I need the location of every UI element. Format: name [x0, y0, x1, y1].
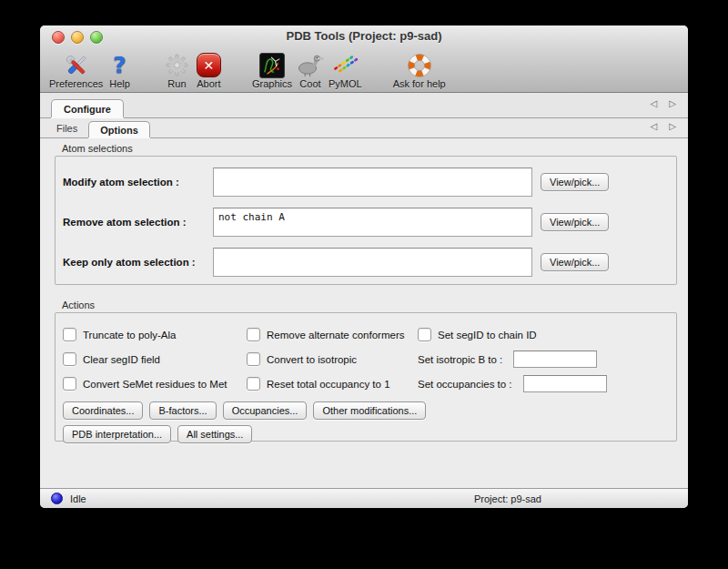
toolbar-item-abort[interactable]: ✕ Abort	[197, 52, 221, 89]
toolbar-item-label: Abort	[197, 78, 220, 89]
field-row-keep: Keep only atom selection : View/pick...	[63, 248, 669, 277]
field-row-remove: Remove atom selection : not chain A View…	[63, 208, 669, 237]
checkbox-label: Convert to isotropic	[267, 354, 357, 365]
tab-scroll-left-icon[interactable]: ◁	[651, 98, 658, 108]
minimize-button[interactable]	[71, 31, 84, 44]
toolbar-item-label: Run	[167, 78, 186, 89]
b-factors-button[interactable]: B-factors...	[149, 401, 216, 420]
toolbar-item-label: Preferences	[49, 78, 103, 89]
checkbox-label: Clear segID field	[83, 354, 160, 365]
set-isotropic-b-input[interactable]	[513, 351, 597, 368]
life-ring-icon	[407, 52, 432, 78]
checkbox-convert-semet-to-met[interactable]	[63, 377, 76, 391]
entry-row-isotropic-b: Set isotropic B to :	[418, 347, 669, 371]
checkbox-remove-alternate-conformers[interactable]	[247, 328, 260, 341]
toolbar: Preferences ? Help	[40, 47, 688, 93]
view-pick-button-modify[interactable]: View/pick...	[541, 173, 609, 191]
tab-files[interactable]: Files	[47, 120, 86, 137]
toolbar-item-label: Help	[109, 78, 130, 89]
pdb-tools-window: PDB Tools (Project: p9-sad) Preferences	[40, 25, 688, 508]
view-pick-button-remove[interactable]: View/pick...	[541, 213, 609, 231]
toolbar-item-ask-for-help[interactable]: Ask for help	[393, 52, 446, 89]
modify-atom-selection-field[interactable]	[213, 168, 532, 197]
tab-configure[interactable]: Configure	[51, 99, 124, 117]
set-occupancies-input[interactable]	[523, 375, 607, 392]
preferences-tools-icon	[64, 52, 89, 78]
tab-scroll-left-icon[interactable]: ◁	[651, 121, 658, 131]
close-button[interactable]	[52, 31, 65, 44]
toolbar-item-graphics[interactable]: Graphics	[252, 52, 292, 89]
keep-only-atom-selection-label: Keep only atom selection :	[63, 257, 213, 268]
window-title: PDB Tools (Project: p9-sad)	[40, 25, 688, 47]
toolbar-item-label: Graphics	[252, 78, 292, 89]
checkbox-truncate-poly-ala[interactable]	[63, 328, 76, 341]
actions-buttons-row-2: PDB interpretation... All settings...	[63, 425, 669, 443]
checkbox-convert-to-isotropic[interactable]	[247, 352, 260, 366]
checkbox-clear-segid-field[interactable]	[63, 352, 76, 366]
toolbar-item-run[interactable]: Run	[165, 52, 189, 89]
checkbox-row: Remove alternate conformers	[247, 322, 418, 347]
help-question-icon: ?	[113, 52, 126, 78]
actions-group-label: Actions	[62, 300, 688, 310]
project-label: Project: p9-sad	[474, 493, 541, 504]
toolbar-item-label: PyMOL	[329, 78, 362, 89]
checkbox-label: Truncate to poly-Ala	[83, 330, 176, 340]
checkbox-set-segid-to-chain-id[interactable]	[418, 328, 431, 341]
set-isotropic-b-label: Set isotropic B to :	[418, 354, 502, 365]
checkbox-row: Clear segID field	[63, 347, 247, 371]
other-modifications-button[interactable]: Other modifications...	[313, 401, 426, 420]
options-tab-content: Atom selections Modify atom selection : …	[40, 143, 688, 499]
tab-scroll-right-icon[interactable]: ▷	[669, 98, 676, 108]
coot-bird-icon	[297, 52, 324, 78]
toolbar-item-coot[interactable]: Coot	[297, 52, 324, 89]
pdb-interpretation-button[interactable]: PDB interpretation...	[63, 425, 171, 443]
status-led-icon	[51, 493, 63, 504]
toolbar-item-preferences[interactable]: Preferences	[49, 52, 103, 89]
tab-strip-files-options: Files Options ◁ ▷	[40, 118, 688, 138]
status-bar: Idle Project: p9-sad	[40, 488, 688, 508]
run-gear-icon	[165, 52, 189, 78]
pymol-rainbow-ribbon-icon	[331, 52, 359, 78]
entry-row-occupancies: Set occupancies to :	[418, 371, 669, 396]
actions-checkbox-grid: Truncate to poly-Ala Remove alternate co…	[63, 322, 669, 396]
set-occupancies-label: Set occupancies to :	[418, 379, 512, 390]
checkbox-reset-total-occupancy[interactable]	[247, 377, 260, 391]
checkbox-row: Truncate to poly-Ala	[63, 322, 247, 347]
atom-selections-group: Modify atom selection : View/pick... Rem…	[55, 156, 677, 285]
tab-scroll-right-icon[interactable]: ▷	[669, 121, 676, 131]
status-text: Idle	[70, 493, 86, 504]
view-pick-button-keep[interactable]: View/pick...	[541, 253, 609, 271]
checkbox-row: Convert to isotropic	[247, 347, 418, 371]
coordinates-button[interactable]: Coordinates...	[63, 401, 143, 420]
toolbar-item-label: Ask for help	[393, 78, 446, 89]
checkbox-label: Convert SeMet residues to Met	[83, 379, 228, 390]
atom-selections-group-label: Atom selections	[62, 143, 688, 154]
remove-atom-selection-label: Remove atom selection :	[63, 217, 213, 228]
toolbar-item-help[interactable]: ? Help	[109, 52, 130, 89]
checkbox-row: Set segID to chain ID	[418, 322, 669, 347]
checkbox-label: Reset total occupancy to 1	[267, 379, 390, 390]
abort-stop-icon: ✕	[197, 52, 221, 78]
checkbox-row: Reset total occupancy to 1	[247, 371, 418, 396]
modify-atom-selection-label: Modify atom selection :	[63, 177, 213, 188]
checkbox-label: Set segID to chain ID	[438, 330, 537, 340]
toolbar-item-label: Coot	[299, 78, 320, 89]
checkbox-row: Convert SeMet residues to Met	[63, 371, 247, 396]
occupancies-button[interactable]: Occupancies...	[223, 401, 308, 420]
actions-buttons-row-1: Coordinates... B-factors... Occupancies.…	[63, 401, 669, 420]
all-settings-button[interactable]: All settings...	[177, 425, 252, 443]
tab-strip-configure: Configure ◁ ▷	[40, 93, 688, 118]
keep-only-atom-selection-field[interactable]	[213, 248, 532, 277]
actions-group: Truncate to poly-Ala Remove alternate co…	[55, 312, 677, 442]
zoom-button[interactable]	[90, 31, 103, 44]
window-titlebar[interactable]: PDB Tools (Project: p9-sad)	[40, 25, 688, 47]
field-row-modify: Modify atom selection : View/pick...	[63, 168, 669, 197]
tab-options[interactable]: Options	[88, 121, 150, 137]
graphics-molecule-icon	[259, 52, 285, 78]
window-controls	[52, 31, 103, 44]
checkbox-label: Remove alternate conformers	[267, 330, 404, 340]
toolbar-item-pymol[interactable]: PyMOL	[329, 52, 362, 89]
remove-atom-selection-field[interactable]: not chain A	[213, 208, 532, 237]
